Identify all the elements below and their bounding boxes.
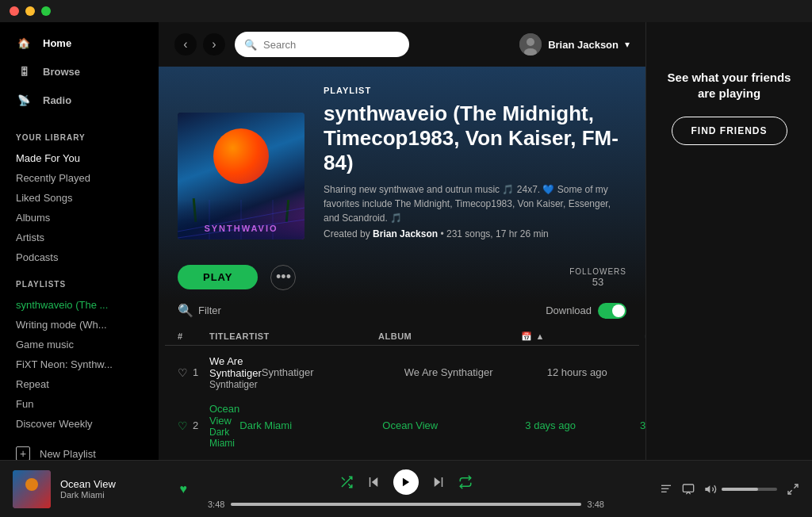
header-title: TITLE <box>209 331 236 342</box>
track-number: ♡ 2 <box>178 419 209 432</box>
previous-button[interactable] <box>366 475 381 489</box>
player-album-art <box>13 470 51 508</box>
heart-icon[interactable]: ♡ <box>178 419 188 432</box>
volume-icon[interactable] <box>704 483 717 496</box>
find-friends-button[interactable]: FIND FRIENDS <box>672 117 787 145</box>
forward-button[interactable]: › <box>203 33 225 56</box>
repeat-button[interactable] <box>458 475 473 489</box>
sidebar-item-made-for-you[interactable]: Made For You <box>0 148 159 168</box>
track-date: 3 days ago <box>525 419 612 431</box>
library-section-title: YOUR LIBRARY <box>0 121 159 148</box>
sidebar-browse-label: Browse <box>43 66 80 78</box>
search-bar[interactable]: 🔍 <box>235 32 409 57</box>
progress-track[interactable] <box>231 503 580 506</box>
track-album-name: We Are Synthatiger <box>404 366 547 378</box>
shuffle-button[interactable] <box>339 475 354 489</box>
track-title: Ocean View <box>209 403 239 427</box>
heart-icon[interactable]: ♡ <box>178 366 188 379</box>
svg-marker-19 <box>705 485 710 492</box>
calendar-icon: 📅 <box>521 331 533 342</box>
track-number: ♡ 1 <box>178 366 209 379</box>
queue-button[interactable] <box>660 483 672 496</box>
playlist-meta: Created by Brian Jackson • 231 songs, 17… <box>324 228 626 239</box>
sidebar-item-home[interactable]: 🏠 Home <box>0 29 159 57</box>
svg-point-9 <box>25 478 38 491</box>
sidebar-playlist-game-music[interactable]: Game music <box>0 335 159 354</box>
track-row[interactable]: ♡ 3 The Outlands, Pt. 2 The Abyss The Ab… <box>165 455 639 460</box>
sidebar-item-browse[interactable]: 🎛 Browse <box>0 57 159 86</box>
player-heart-icon[interactable]: ♥ <box>180 482 188 496</box>
sidebar-item-albums[interactable]: Albums <box>0 208 159 228</box>
track-title: We Are Synthatiger <box>209 355 262 379</box>
browse-icon: 🎛 <box>16 63 32 79</box>
track-row[interactable]: ♡ 2 Ocean View Dark Miami Dark Miami Oce… <box>165 396 639 455</box>
chevron-down-icon[interactable]: ▾ <box>625 39 630 50</box>
sidebar-radio-label: Radio <box>43 94 71 106</box>
sidebar-item-radio[interactable]: 📡 Radio <box>0 86 159 114</box>
devices-button[interactable] <box>682 483 695 496</box>
sidebar-nav: 🏠 Home 🎛 Browse 📡 Radio <box>0 22 159 121</box>
sidebar-playlist-synthwaveio[interactable]: synthwaveio (The ... <box>0 295 159 315</box>
track-row[interactable]: ♡ 1 We Are Synthatiger Synthatiger Synth… <box>165 349 639 396</box>
progress-fill <box>231 503 580 506</box>
toggle-knob <box>612 304 625 317</box>
sidebar-item-recently-played[interactable]: Recently Played <box>0 168 159 188</box>
track-artist: Synthatiger <box>209 379 262 390</box>
search-input[interactable] <box>263 39 400 51</box>
svg-rect-18 <box>683 484 693 492</box>
topbar-right: Brian Jackson ▾ <box>519 33 630 56</box>
download-switch[interactable] <box>598 303 626 319</box>
svg-rect-17 <box>661 491 667 492</box>
player-track: Ocean View Dark Miami ♥ <box>13 470 187 508</box>
album-art: SYNTHWAVIO <box>178 113 304 239</box>
radio-icon: 📡 <box>16 92 32 108</box>
sidebar-playlist-fun[interactable]: Fun <box>0 394 159 414</box>
sidebar-playlist-writing-mode[interactable]: Writing mode (Wh... <box>0 315 159 335</box>
content-area: ‹ › 🔍 Brian Jackson <box>159 22 645 460</box>
back-button[interactable]: ‹ <box>174 33 197 56</box>
progress-bar-container: 3:48 3:48 <box>208 500 604 509</box>
svg-rect-15 <box>661 484 671 485</box>
track-table: # TITLE ARTIST ALBUM 📅 ▲ 🕐 ♡ 1 <box>159 328 645 460</box>
maximize-button[interactable] <box>41 6 51 16</box>
avatar <box>519 33 542 56</box>
track-duration: 3:48 <box>612 419 645 431</box>
play-button[interactable]: PLAY <box>178 265 258 289</box>
app-body: 🏠 Home 🎛 Browse 📡 Radio YOUR LIBRARY Mad… <box>0 22 812 460</box>
sidebar-playlist-discover-weekly[interactable]: Discover Weekly <box>0 414 159 434</box>
nav-arrows: ‹ › <box>174 33 225 56</box>
fullscreen-button[interactable] <box>787 483 799 496</box>
sidebar-playlist-fixt-neon[interactable]: FiXT Neon: Synthw... <box>0 354 159 374</box>
track-title-cell: We Are Synthatiger Synthatiger <box>209 355 262 390</box>
svg-marker-10 <box>372 477 378 487</box>
svg-marker-12 <box>403 477 409 486</box>
sidebar-item-podcasts[interactable]: Podcasts <box>0 247 159 267</box>
song-count: 231 songs <box>446 228 490 239</box>
header-date[interactable]: 📅 ▲ <box>521 331 608 342</box>
player-controls: 3:48 3:48 <box>193 469 619 509</box>
playlist-description: Sharing new synthwave and outrun music 🎵… <box>324 182 626 225</box>
next-button[interactable] <box>431 475 446 489</box>
playlists-section-title: PLAYLISTS <box>0 267 159 295</box>
track-title-cell: Ocean View Dark Miami <box>209 403 239 449</box>
sidebar-item-liked-songs[interactable]: Liked Songs <box>0 188 159 208</box>
new-playlist-button[interactable]: + New Playlist <box>0 440 159 460</box>
track-date: 12 hours ago <box>547 366 634 378</box>
play-pause-button[interactable] <box>393 469 419 495</box>
volume-track[interactable] <box>722 488 777 491</box>
user-name: Brian Jackson <box>548 39 619 51</box>
playlist-controls: PLAY ••• FOLLOWERS 53 <box>159 252 645 303</box>
filter-input-wrapper[interactable]: 🔍 Filter <box>178 303 221 318</box>
more-options-button[interactable]: ••• <box>270 265 296 290</box>
svg-rect-14 <box>442 477 443 487</box>
followers-box: FOLLOWERS 53 <box>569 267 626 288</box>
filter-bar: 🔍 Filter Download <box>159 303 645 328</box>
track-album: Dark Miami <box>239 419 382 431</box>
filter-label: Filter <box>198 304 221 316</box>
sidebar-playlist-repeat[interactable]: Repeat <box>0 374 159 394</box>
right-sidebar: See what your friends are playing FIND F… <box>645 22 812 460</box>
close-button[interactable] <box>10 6 19 16</box>
new-playlist-label: New Playlist <box>40 448 96 460</box>
sidebar-item-artists[interactable]: Artists <box>0 228 159 247</box>
minimize-button[interactable] <box>25 6 35 16</box>
